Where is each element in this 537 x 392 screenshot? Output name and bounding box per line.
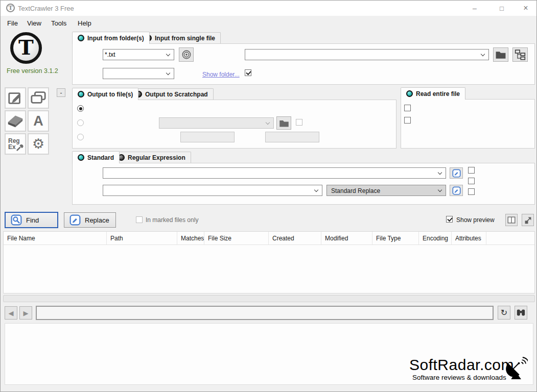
folder-icon xyxy=(279,119,289,128)
prefix-field xyxy=(180,132,235,142)
split-view-button[interactable] xyxy=(505,214,518,226)
minimize-button[interactable]: – xyxy=(463,1,486,16)
exclude-combobox[interactable] xyxy=(103,68,174,79)
browse-folder-button[interactable] xyxy=(493,47,508,62)
case-sensitive-checkbox[interactable] xyxy=(468,167,475,174)
tab-dot-icon xyxy=(78,35,84,41)
process-line-by-line-checkbox[interactable] xyxy=(404,117,411,124)
regex-tool-button[interactable]: Reg Ex xyxy=(5,133,26,155)
replace-mode-dropdown[interactable]: Standard Replace xyxy=(326,185,446,196)
edit-find-button[interactable] xyxy=(450,167,463,179)
start-location-combobox[interactable] xyxy=(245,49,489,60)
chevron-down-icon[interactable] xyxy=(438,188,442,192)
tab-label: Regular Expression xyxy=(128,154,185,161)
next-icon: ▶ xyxy=(24,309,29,317)
find-button[interactable]: Find xyxy=(5,212,58,228)
tab-input-from-single-file[interactable]: Input from single file xyxy=(139,32,221,43)
find-input[interactable] xyxy=(105,169,435,177)
tab-output-to-scratchpad[interactable]: Output to Scratchpad xyxy=(130,88,214,100)
help-book-button[interactable] xyxy=(5,110,26,132)
column-header-encoding[interactable]: Encoding xyxy=(419,232,452,244)
show-preview-checkbox[interactable] xyxy=(446,216,453,223)
book-icon xyxy=(7,112,24,130)
column-header-modified[interactable]: Modified xyxy=(321,232,372,244)
filter-preset-button[interactable] xyxy=(179,47,194,62)
exclude-input[interactable] xyxy=(105,69,163,78)
tab-label: Output to Scratchpad xyxy=(145,91,208,98)
create-new-files-radio[interactable] xyxy=(77,134,84,140)
scratchpad-edit-button[interactable] xyxy=(5,87,26,109)
font-button[interactable]: A xyxy=(28,110,49,132)
file-filter-combobox[interactable] xyxy=(103,49,174,60)
tab-regular-expression[interactable]: Regular Expression xyxy=(112,152,191,163)
chevron-down-icon[interactable] xyxy=(438,170,442,175)
previous-icon: ◀ xyxy=(9,309,14,317)
column-header-file-name[interactable]: File Name xyxy=(4,232,107,244)
show-folder-link[interactable]: Show folder... xyxy=(202,71,240,78)
edit-icon xyxy=(7,90,24,106)
tab-read-entire-file[interactable]: Read entire file xyxy=(401,87,465,100)
window-manager-button[interactable] xyxy=(28,87,49,109)
results-table: File Name Path Matches File Size Created… xyxy=(3,231,535,293)
pencil-icon xyxy=(69,214,81,226)
menu-file[interactable]: File xyxy=(7,19,18,27)
ignore-whitespace-checkbox[interactable] xyxy=(468,188,475,195)
collapse-toolbar-button[interactable]: - xyxy=(57,88,65,97)
title-bar: T TextCrawler 3 Free – □ × xyxy=(1,1,536,16)
tab-label: Output to file(s) xyxy=(87,91,133,98)
maximize-button[interactable]: □ xyxy=(490,1,513,16)
in-marked-files-checkbox xyxy=(136,216,143,223)
maximize-icon: □ xyxy=(500,5,504,12)
folder-tree-button[interactable] xyxy=(512,47,528,62)
create-files-in-folder-radio[interactable] xyxy=(77,119,84,126)
chevron-down-icon[interactable] xyxy=(481,52,485,56)
column-header-matches[interactable]: Matches xyxy=(177,232,204,244)
app-logo: T xyxy=(10,32,42,64)
tab-input-from-folders[interactable]: Input from folder(s) xyxy=(72,32,150,44)
suffix-field xyxy=(265,132,319,142)
edit-replace-button[interactable] xyxy=(450,185,463,196)
splitter-handle[interactable] xyxy=(3,295,535,302)
menu-view[interactable]: View xyxy=(27,19,41,27)
find-in-preview-button[interactable] xyxy=(515,306,527,320)
chevron-down-icon[interactable] xyxy=(314,188,318,192)
minimize-icon: – xyxy=(473,4,477,12)
previous-match-button[interactable]: ◀ xyxy=(5,306,17,320)
update-original-files-radio[interactable] xyxy=(77,105,84,112)
whole-words-checkbox[interactable] xyxy=(468,178,475,184)
output-folder-input xyxy=(161,119,263,127)
settings-button[interactable]: ⚙ xyxy=(28,133,49,155)
tab-output-to-files[interactable]: Output to file(s) xyxy=(72,88,138,100)
watermark-title: SoftRadar.com xyxy=(409,356,514,374)
replace-combobox[interactable] xyxy=(103,185,322,196)
next-match-button[interactable]: ▶ xyxy=(19,306,32,320)
menu-help[interactable]: Help xyxy=(78,19,91,27)
column-header-created[interactable]: Created xyxy=(269,232,321,244)
show-preview-label[interactable]: Show preview xyxy=(456,216,495,224)
start-location-input[interactable] xyxy=(247,51,478,59)
watermark-subtitle: Software reviews & downloads xyxy=(412,374,506,381)
find-combobox[interactable] xyxy=(103,167,446,179)
tree-icon xyxy=(515,49,526,60)
binary-data-mode-checkbox[interactable] xyxy=(404,105,411,111)
scan-subfolders-checkbox[interactable] xyxy=(245,69,251,76)
column-header-attributes[interactable]: Attributes xyxy=(452,232,486,244)
preview-path-input[interactable] xyxy=(39,308,489,317)
file-filter-input[interactable] xyxy=(105,51,163,59)
tab-standard[interactable]: Standard xyxy=(72,151,120,163)
tab-label: Input from folder(s) xyxy=(87,35,144,42)
menu-tools[interactable]: Tools xyxy=(51,19,66,27)
replace-button[interactable]: Replace xyxy=(64,212,116,228)
column-header-file-size[interactable]: File Size xyxy=(204,232,269,244)
refresh-preview-button[interactable]: ↻ xyxy=(498,306,510,320)
chevron-down-icon[interactable] xyxy=(166,52,170,56)
chevron-down-icon[interactable] xyxy=(166,71,170,75)
output-browse-folder-button[interactable] xyxy=(276,116,291,130)
results-body[interactable] xyxy=(4,245,534,293)
column-header-file-type[interactable]: File Type xyxy=(372,232,419,244)
close-button[interactable]: × xyxy=(514,1,537,16)
preview-path-field[interactable] xyxy=(36,306,494,320)
replace-input[interactable] xyxy=(105,186,311,194)
column-header-path[interactable]: Path xyxy=(107,232,177,244)
expand-view-button[interactable] xyxy=(522,214,534,226)
